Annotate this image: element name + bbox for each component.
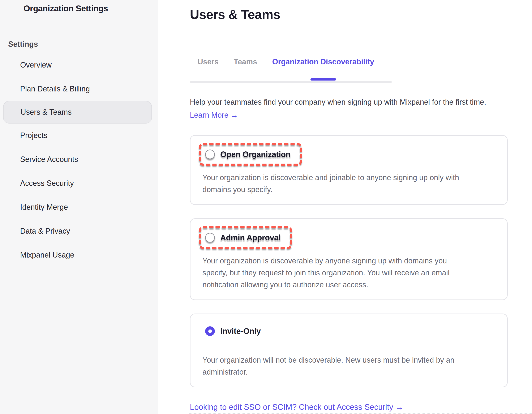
- app-window: Organization Settings Settings Overview …: [0, 0, 532, 414]
- sidebar-title: Organization Settings: [23, 4, 158, 13]
- discoverability-options: Open Organization Your organization is d…: [190, 135, 508, 387]
- radio-admin-approval[interactable]: [205, 233, 215, 243]
- option-description: Your organization is discoverable and jo…: [202, 171, 496, 196]
- tab-users[interactable]: Users: [198, 57, 218, 67]
- option-description: Your organization is discoverable by any…: [202, 255, 496, 291]
- annotation-highlight-open-organization: Open Organization: [199, 143, 302, 166]
- option-label-invite-only[interactable]: Invite-Only: [220, 327, 261, 336]
- option-card-invite-only: Invite-Only Your organization will not b…: [190, 313, 508, 387]
- sidebar-item-service-accounts[interactable]: Service Accounts: [0, 147, 158, 171]
- sidebar-item-mixpanel-usage[interactable]: Mixpanel Usage: [0, 243, 158, 267]
- option-head-invite-only: Invite-Only: [205, 326, 261, 336]
- sidebar-item-data-privacy[interactable]: Data & Privacy: [0, 219, 158, 243]
- sidebar-section-label: Settings: [8, 40, 158, 49]
- discoverability-intro-text: Help your teammates find your company wh…: [190, 97, 532, 107]
- sidebar-nav: Overview Plan Details & Billing Users & …: [0, 53, 158, 267]
- sidebar-item-users-teams[interactable]: Users & Teams: [3, 101, 152, 123]
- tab-teams[interactable]: Teams: [234, 57, 257, 67]
- main-content: Users & Teams Users Teams Organization D…: [158, 0, 532, 414]
- arrow-right-icon: →: [230, 111, 238, 119]
- sidebar-item-access-security[interactable]: Access Security: [0, 171, 158, 195]
- option-label-open-organization[interactable]: Open Organization: [220, 150, 291, 159]
- tab-bar: Users Teams Organization Discoverability: [190, 57, 532, 83]
- sidebar-item-plan-details-billing[interactable]: Plan Details & Billing: [0, 77, 158, 101]
- option-label-admin-approval[interactable]: Admin Approval: [220, 233, 281, 242]
- sidebar-item-identity-merge[interactable]: Identity Merge: [0, 195, 158, 219]
- access-security-link[interactable]: Looking to edit SSO or SCIM? Check out A…: [190, 402, 403, 412]
- learn-more-link[interactable]: Learn More →: [190, 110, 238, 120]
- sidebar-item-projects[interactable]: Projects: [0, 123, 158, 147]
- arrow-right-icon: →: [395, 403, 403, 412]
- radio-open-organization[interactable]: [205, 150, 215, 159]
- tab-organization-discoverability[interactable]: Organization Discoverability: [272, 57, 374, 67]
- active-tab-indicator: [311, 78, 336, 81]
- option-card-open-organization: Open Organization Your organization is d…: [190, 135, 508, 205]
- radio-invite-only[interactable]: [205, 326, 215, 336]
- sidebar-item-overview[interactable]: Overview: [0, 53, 158, 77]
- annotation-highlight-admin-approval: Admin Approval: [199, 226, 292, 249]
- page-title: Users & Teams: [190, 6, 532, 23]
- tabs-underline: [190, 81, 392, 83]
- settings-sidebar: Organization Settings Settings Overview …: [0, 0, 158, 414]
- option-description: Your organization will not be discoverab…: [202, 354, 496, 378]
- bottom-divider: [188, 413, 532, 414]
- option-card-admin-approval: Admin Approval Your organization is disc…: [190, 218, 508, 300]
